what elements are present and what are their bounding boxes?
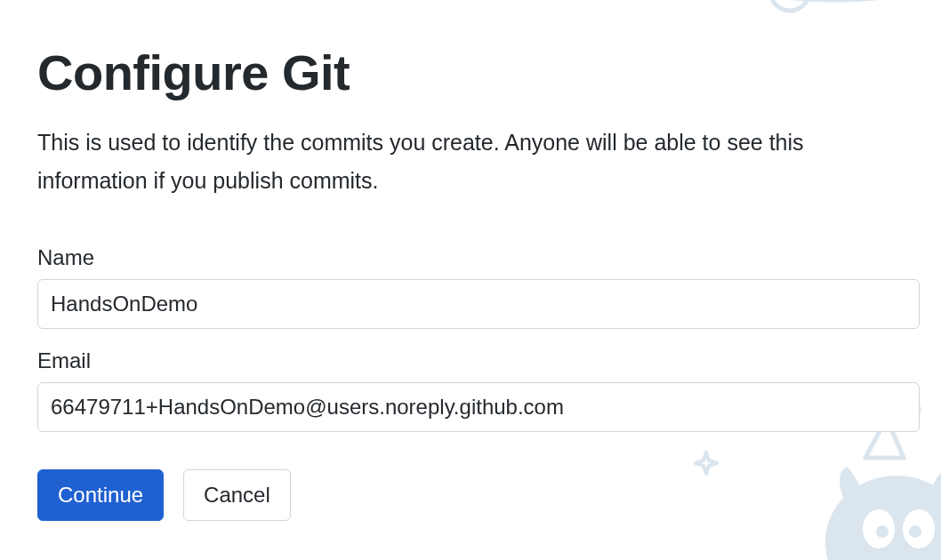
page-description: This is used to identify the commits you… — [37, 124, 891, 199]
cancel-button[interactable]: Cancel — [183, 469, 291, 521]
svg-point-10 — [876, 525, 889, 538]
email-input[interactable] — [37, 382, 920, 432]
page-title: Configure Git — [37, 43, 904, 102]
continue-button[interactable]: Continue — [37, 469, 164, 521]
email-label: Email — [37, 348, 904, 373]
name-field-group: Name — [37, 245, 904, 329]
name-label: Name — [37, 245, 904, 270]
email-field-group: Email — [37, 348, 904, 432]
svg-point-11 — [909, 525, 921, 538]
button-row: Continue Cancel — [37, 469, 904, 521]
name-input[interactable] — [37, 279, 920, 329]
